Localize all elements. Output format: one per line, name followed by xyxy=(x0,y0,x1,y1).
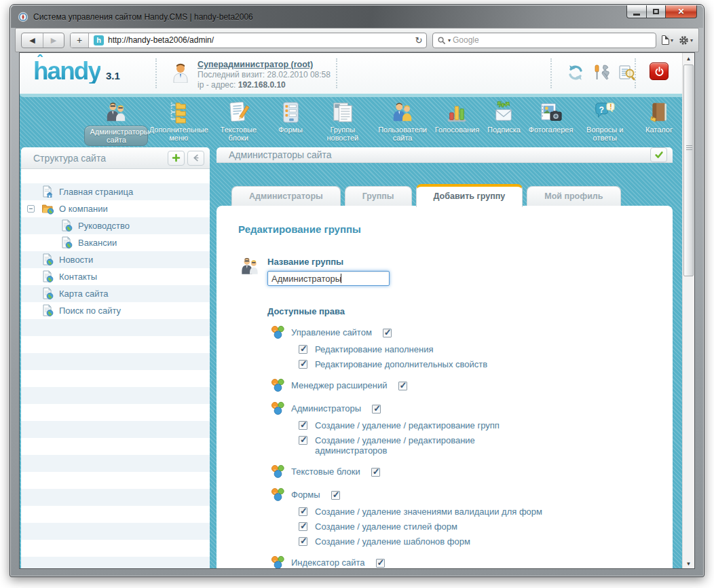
group-name-input[interactable] xyxy=(267,271,390,286)
permission-label: Текстовые блоки xyxy=(291,466,360,477)
logo: ˆhandy 3.1 xyxy=(33,58,120,84)
permission-checkbox[interactable] xyxy=(383,329,392,337)
permission-label: Индексатор сайта xyxy=(291,557,365,568)
toolbar-item[interactable]: Дополнительные меню xyxy=(149,101,209,142)
close-icon: ✕ xyxy=(677,7,684,16)
toolbar-item[interactable]: Каталог xyxy=(637,101,681,134)
search-placeholder: Google xyxy=(453,35,479,45)
tab-bar: Администраторы Группы Добавить группу Мо… xyxy=(231,184,673,206)
toolbar-item-icon xyxy=(537,101,564,124)
nav-buttons: ◀ ▶ xyxy=(21,33,64,48)
reload-icon[interactable]: ↻ xyxy=(411,35,426,45)
permission-checkbox[interactable] xyxy=(398,382,407,390)
toolbar-item[interactable]: Фотогалерея xyxy=(528,101,573,134)
permission-checkbox[interactable] xyxy=(299,537,307,546)
forward-button[interactable]: ▶ xyxy=(43,33,64,48)
toolbar-item[interactable]: Голосования xyxy=(434,101,479,134)
logo-text: ˆhandy xyxy=(33,58,100,84)
scroll-up-icon[interactable]: ▲ xyxy=(683,53,694,64)
user-profile-link[interactable]: Суперадминистратор (root) xyxy=(198,60,313,69)
minimize-button[interactable] xyxy=(626,5,647,18)
toolbar-item-icon xyxy=(645,101,673,124)
tree-item[interactable]: Руководство xyxy=(21,217,210,234)
cms-header: ˆhandy 3.1 Суперадминистратор (root) Пос… xyxy=(20,53,683,94)
tab[interactable]: Группы xyxy=(345,186,412,206)
tree-item-label: Главная страница xyxy=(59,187,133,197)
scrollbar-grip xyxy=(686,145,692,151)
toolbar-item-icon xyxy=(443,101,470,124)
separator xyxy=(550,58,552,88)
tree-item[interactable]: О компании xyxy=(21,200,210,217)
collapse-node-icon[interactable] xyxy=(27,205,35,213)
permission-checkbox[interactable] xyxy=(299,522,307,531)
browser-window: Система управления сайтом Handy.CMS | ha… xyxy=(10,4,704,577)
scrollbar-thumb[interactable] xyxy=(683,65,694,276)
toolbar-item[interactable]: Вопросы и ответы xyxy=(575,101,635,142)
tree-item[interactable]: Главная страница xyxy=(21,183,210,200)
permission-checkbox[interactable] xyxy=(376,559,385,568)
permission-label: Создание / удаление шаблонов форм xyxy=(315,536,470,547)
tab[interactable]: Мой профиль xyxy=(527,186,620,206)
logo-version: 3.1 xyxy=(106,70,120,81)
toolbar-item[interactable]: Пользователи сайта xyxy=(373,101,433,142)
tree-item[interactable]: Карта сайта xyxy=(21,285,210,302)
toolbar-item[interactable]: Подписка xyxy=(481,101,526,134)
permission-checkbox[interactable] xyxy=(299,507,307,516)
refresh-icon[interactable] xyxy=(567,64,584,81)
collapse-sidebar-button[interactable] xyxy=(187,151,204,166)
permission-checkbox[interactable] xyxy=(299,345,307,354)
permission-group-row: Менеджер расширений xyxy=(271,378,651,392)
permission-checkbox[interactable] xyxy=(371,468,380,477)
add-page-button[interactable] xyxy=(168,151,185,166)
browser-scrollbar[interactable]: ▲ ▼ xyxy=(682,53,694,569)
page-icon xyxy=(662,35,669,45)
separator xyxy=(155,58,157,88)
tools-icon[interactable] xyxy=(593,64,610,81)
settings-menu-button[interactable]: ▾ xyxy=(679,35,693,45)
sidebar-header: Структура сайта xyxy=(21,147,210,169)
permission-group-icon xyxy=(271,488,285,502)
main-panel-title: Администраторы сайта xyxy=(229,149,647,160)
maximize-icon xyxy=(653,9,659,14)
tree-item[interactable]: Поиск по сайту xyxy=(21,302,210,319)
url-text[interactable]: http://handy-beta2006/admin/ xyxy=(108,35,411,45)
scroll-down-icon[interactable]: ▼ xyxy=(683,558,694,569)
permission-checkbox[interactable] xyxy=(299,421,307,430)
address-bar[interactable]: + h http://handy-beta2006/admin/ ↻ xyxy=(70,33,427,48)
new-tab-button[interactable]: + xyxy=(71,33,89,48)
maximize-button[interactable] xyxy=(647,5,666,18)
toolbar-item[interactable]: Группы новостей xyxy=(315,101,371,142)
permission-checkbox[interactable] xyxy=(372,405,381,414)
page-viewport: ˆhandy 3.1 Суперадминистратор (root) Пос… xyxy=(20,53,683,569)
group-icon xyxy=(238,257,261,277)
toolbar-item[interactable]: Формы xyxy=(268,101,313,134)
search-dropdown-icon[interactable]: ▾ xyxy=(448,37,451,43)
tree-item[interactable]: Контакты xyxy=(21,268,210,285)
site-tree: Главная страница О компании xyxy=(21,183,210,569)
logout-button[interactable] xyxy=(650,62,669,80)
tree-item[interactable]: Новости xyxy=(21,251,210,268)
confirm-button[interactable] xyxy=(650,147,667,162)
section-title: Редактирование группы xyxy=(238,223,651,235)
page-menu-button[interactable]: ▾ xyxy=(662,35,673,45)
tab[interactable]: Администраторы xyxy=(231,186,341,206)
toolbar-item-label: Каталог xyxy=(645,126,673,134)
permission-label: Формы xyxy=(291,490,320,500)
tab[interactable]: Добавить группу xyxy=(416,184,523,207)
toolbar-item-label: Группы новостей xyxy=(315,126,371,142)
back-button[interactable]: ◀ xyxy=(22,33,43,48)
permission-checkbox[interactable] xyxy=(299,360,307,369)
user-avatar xyxy=(171,62,190,83)
permission-label: Создание / удаление / редактирование гру… xyxy=(315,420,500,430)
doc-search-icon[interactable] xyxy=(618,64,636,81)
power-icon xyxy=(654,67,664,77)
search-field[interactable]: ▾ Google xyxy=(432,33,656,48)
close-button[interactable]: ✕ xyxy=(666,5,697,18)
permission-checkbox[interactable] xyxy=(299,436,307,445)
permission-checkbox[interactable] xyxy=(331,491,340,500)
gear-icon xyxy=(679,35,689,45)
toolbar-item[interactable]: Текстовые блоки xyxy=(211,101,266,142)
tree-item[interactable]: Вакансии xyxy=(21,234,210,251)
window-titlebar[interactable]: Система управления сайтом Handy.CMS | ha… xyxy=(11,5,703,28)
toolbar-item[interactable]: Администраторы сайта xyxy=(86,101,147,146)
